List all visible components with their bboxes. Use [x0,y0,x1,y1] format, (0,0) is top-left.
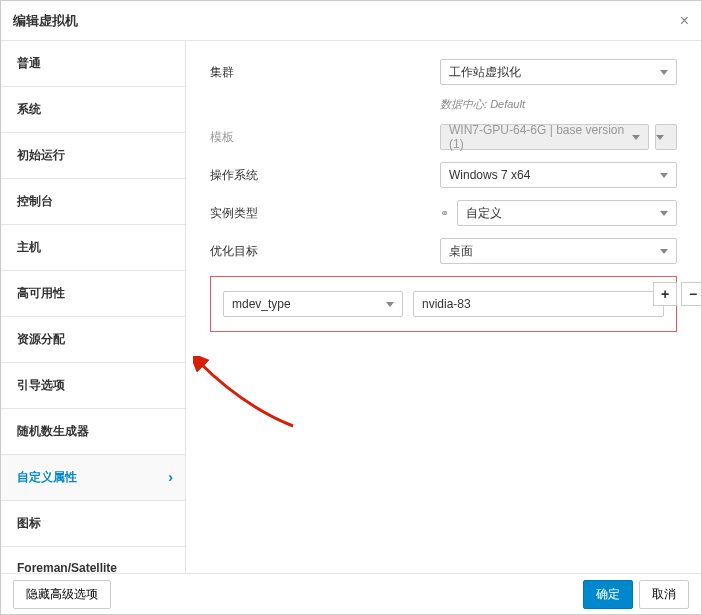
instance-label: 实例类型 [210,205,440,222]
cancel-button[interactable]: 取消 [639,580,689,609]
template-label: 模板 [210,129,440,146]
add-property-button[interactable]: + [653,282,677,306]
sidebar-item-system[interactable]: 系统 [1,87,185,133]
dialog-title: 编辑虚拟机 [13,12,78,30]
custom-property-row: mdev_type nvidia-83 [210,276,677,332]
ok-button[interactable]: 确定 [583,580,633,609]
remove-property-button[interactable]: − [681,282,702,306]
sidebar-item-general[interactable]: 普通 [1,41,185,87]
datacenter-label: 数据中心: Default [440,97,525,112]
custom-property-value-input[interactable]: nvidia-83 [413,291,664,317]
optimize-select[interactable]: 桌面 [440,238,677,264]
content-panel: 集群 工作站虚拟化 数据中心: Default 模板 WIN7-GPU-64-6… [186,41,701,573]
sidebar: 普通 系统 初始运行 控制台 主机 高可用性 资源分配 引导选项 随机数生成器 … [1,41,186,573]
custom-property-key-select[interactable]: mdev_type [223,291,403,317]
sidebar-item-host[interactable]: 主机 [1,225,185,271]
sidebar-item-rng[interactable]: 随机数生成器 [1,409,185,455]
template-extra [655,124,677,150]
link-icon: ⚭ [440,207,449,220]
template-select: WIN7-GPU-64-6G | base version (1) [440,124,649,150]
sidebar-item-custom-properties[interactable]: 自定义属性 [1,455,185,501]
sidebar-item-ha[interactable]: 高可用性 [1,271,185,317]
sidebar-item-icon[interactable]: 图标 [1,501,185,547]
instance-select[interactable]: 自定义 [457,200,677,226]
close-icon[interactable]: × [680,12,689,30]
sidebar-item-initrun[interactable]: 初始运行 [1,133,185,179]
sidebar-item-foreman[interactable]: Foreman/Satellite [1,547,185,573]
cluster-label: 集群 [210,64,440,81]
os-select[interactable]: Windows 7 x64 [440,162,677,188]
os-label: 操作系统 [210,167,440,184]
sidebar-item-boot[interactable]: 引导选项 [1,363,185,409]
sidebar-item-console[interactable]: 控制台 [1,179,185,225]
hide-advanced-button[interactable]: 隐藏高级选项 [13,580,111,609]
cluster-select[interactable]: 工作站虚拟化 [440,59,677,85]
sidebar-item-resource[interactable]: 资源分配 [1,317,185,363]
optimize-label: 优化目标 [210,243,440,260]
